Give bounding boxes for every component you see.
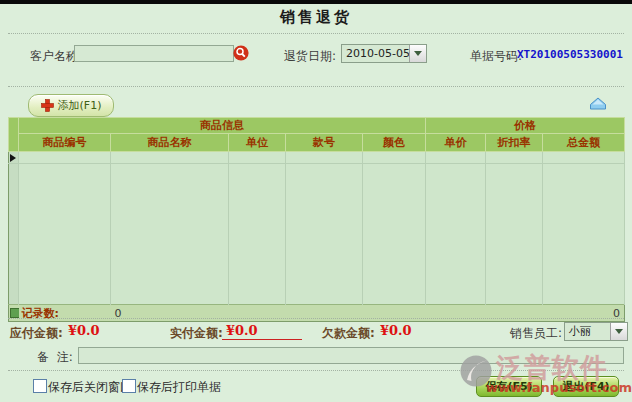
customer-name-input[interactable] [74,45,234,62]
group-header-product-info: 商品信息 [19,118,426,134]
save-button[interactable]: 保存(F5) [476,376,542,397]
return-date-combobox[interactable]: 2010-05-05 [341,44,427,63]
grid-column-header-row: 商品编号 商品名称 单位 款号 颜色 单价 折扣率 总金额 [9,134,625,152]
customer-search-icon[interactable] [233,45,249,61]
grid-cell[interactable] [363,152,426,164]
doc-number-label: 单据号码: [470,48,522,65]
col-header-unit-price: 单价 [426,134,486,152]
grid-cell[interactable] [426,152,486,164]
grid-cell[interactable] [426,164,486,305]
salesperson-combobox[interactable]: 小丽 [564,322,628,341]
row-selector-cell[interactable] [9,152,19,164]
paid-amount-value: ¥0.0 [226,323,258,338]
grid-cell[interactable] [543,164,625,305]
grid-cell[interactable] [19,164,111,305]
grid-cell[interactable] [543,152,625,164]
print-after-save-checkbox[interactable] [122,379,136,393]
salesperson-label: 销售员工: [510,325,562,342]
return-date-dropdown-button[interactable] [409,45,426,62]
close-after-save-checkbox[interactable] [33,379,47,393]
paid-amount-underline [222,339,302,340]
return-date-label: 退货日期: [284,48,336,65]
collapse-panel-icon[interactable] [589,97,607,113]
owed-amount-value: ¥0.0 [380,323,412,338]
payable-amount-value: ¥0.0 [68,323,100,338]
chevron-down-icon [414,51,422,56]
grid-cell[interactable] [363,164,426,305]
add-button-label: 添加(F1) [58,98,102,113]
plus-icon [41,99,54,112]
grid-cell[interactable] [486,164,543,305]
col-header-style-no: 款号 [286,134,363,152]
row-selector-cell [9,164,19,305]
col-header-total-amount: 总金额 [543,134,625,152]
grid-current-row[interactable] [9,152,625,164]
separator [8,86,624,87]
remark-label: 备 注: [37,349,73,366]
salesperson-value: 小丽 [565,324,610,339]
payable-amount-label: 应付金额: [10,325,63,342]
grid-cell[interactable] [229,164,286,305]
sales-return-window: 销售退货 客户名称: 退货日期: 2010-05-05 单据号码: XT2010… [0,0,632,402]
product-grid: 商品信息 价格 商品编号 商品名称 单位 款号 颜色 单价 折扣率 总金额 [8,117,625,322]
row-selector-header [9,118,19,152]
separator [8,318,624,319]
grid-cell[interactable] [111,164,229,305]
separator [8,370,624,371]
chevron-down-icon [615,329,623,334]
record-marker-icon [10,308,19,318]
grid-cell[interactable] [286,152,363,164]
grid-cell[interactable] [486,152,543,164]
owed-amount-label: 欠款金额: [322,325,375,342]
paid-amount-label: 实付金额: [170,325,223,342]
separator [8,33,624,34]
print-after-save-label: 保存后打印单据 [137,379,221,396]
grid-cell[interactable] [286,164,363,305]
col-header-color: 颜色 [363,134,426,152]
grid-group-header-row: 商品信息 价格 [9,118,625,134]
return-date-value: 2010-05-05 [342,47,409,60]
exit-button[interactable]: 退出(F4) [553,376,619,397]
close-after-save-label: 保存后关闭窗口 [48,379,132,396]
col-header-discount-rate: 折扣率 [486,134,543,152]
salesperson-dropdown-button[interactable] [610,323,627,340]
col-header-unit: 单位 [229,134,286,152]
grid-cell[interactable] [111,152,229,164]
col-header-product-name: 商品名称 [111,134,229,152]
grid-empty-area-row[interactable] [9,164,625,305]
group-header-price: 价格 [426,118,625,134]
add-button[interactable]: 添加(F1) [28,94,114,117]
col-header-product-code: 商品编号 [19,134,111,152]
remark-input[interactable] [78,347,624,364]
page-title: 销售退货 [0,8,632,27]
current-row-marker-icon [10,154,16,162]
doc-number-value: XT20100505330001 [517,48,623,61]
window-top-edge [0,0,632,4]
grid-cell[interactable] [19,152,111,164]
grid-cell[interactable] [229,152,286,164]
